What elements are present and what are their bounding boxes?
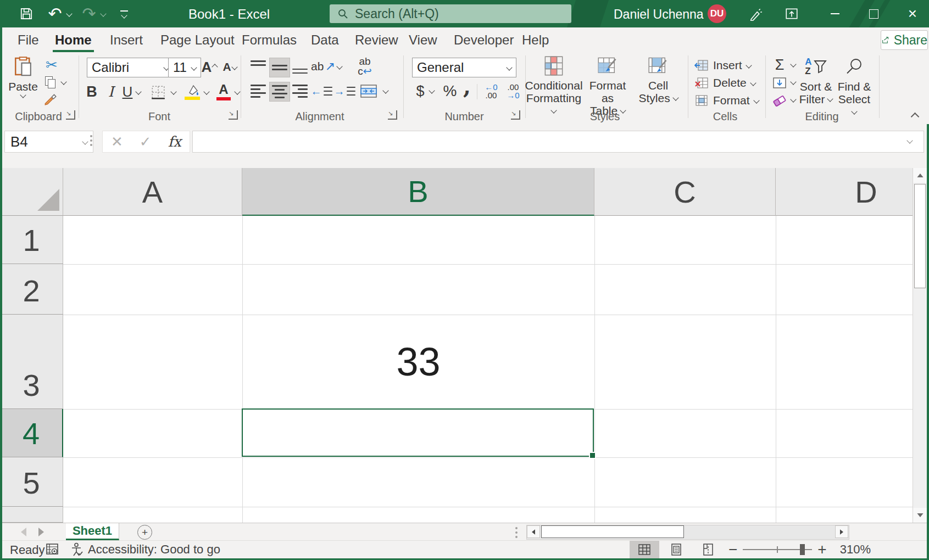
select-all-corner[interactable]	[0, 168, 63, 216]
merge-center-dropdown-chevron[interactable]	[382, 87, 388, 93]
row-header-2[interactable]: 2	[0, 264, 63, 315]
fill-handle[interactable]	[589, 452, 596, 459]
next-sheet-button[interactable]	[38, 528, 44, 536]
feedback-pen-button[interactable]	[743, 0, 768, 27]
decrease-font-size-button[interactable]: A	[221, 59, 238, 75]
scroll-down-button[interactable]	[913, 508, 927, 523]
save-button[interactable]	[10, 0, 43, 27]
underline-dropdown-chevron[interactable]	[135, 88, 141, 94]
column-header-d[interactable]: D	[776, 168, 929, 216]
tab-review[interactable]: Review	[353, 27, 400, 50]
formula-bar-drag-handle[interactable]	[90, 135, 92, 146]
format-cells-button[interactable]: Format	[694, 94, 759, 107]
scroll-up-button[interactable]	[913, 168, 927, 183]
fill-color-button[interactable]	[183, 83, 201, 102]
orientation-button[interactable]: ab ↗	[312, 57, 334, 76]
merge-center-button[interactable]	[358, 83, 379, 99]
delete-dropdown-chevron[interactable]	[750, 80, 756, 86]
maximize-button[interactable]	[861, 0, 886, 27]
enter-icon[interactable]: ✓	[140, 133, 152, 150]
active-cell-selection[interactable]	[242, 408, 594, 457]
orientation-dropdown-chevron[interactable]	[336, 63, 342, 69]
tab-view[interactable]: View	[407, 27, 440, 50]
page-layout-view-button[interactable]	[661, 541, 691, 558]
align-left-button[interactable]	[248, 82, 268, 100]
page-break-view-button[interactable]	[693, 541, 723, 558]
name-box[interactable]: B4	[4, 131, 93, 153]
accounting-dropdown-chevron[interactable]	[429, 87, 435, 93]
alignment-dialog-launcher[interactable]: ↘	[388, 110, 397, 120]
collapse-ribbon-button[interactable]	[911, 113, 920, 121]
copy-dropdown-chevron[interactable]	[60, 79, 66, 85]
accessibility-status[interactable]: Accessibility: Good to go	[70, 542, 220, 557]
fill-dropdown-chevron[interactable]	[790, 79, 796, 85]
zoom-out-button[interactable]: −	[728, 543, 737, 556]
format-painter-button[interactable]	[42, 91, 59, 107]
cut-button[interactable]: ✂	[43, 57, 60, 73]
number-dialog-launcher[interactable]: ↘	[511, 110, 520, 120]
cancel-icon[interactable]: ✕	[111, 133, 123, 150]
zoom-slider-thumb[interactable]	[800, 544, 805, 555]
column-header-a[interactable]: A	[63, 168, 242, 216]
row-header-3[interactable]: 3	[0, 315, 63, 409]
font-color-dropdown-chevron[interactable]	[234, 88, 240, 94]
align-right-button[interactable]	[290, 82, 310, 100]
sort-filter-chevron[interactable]	[827, 96, 833, 102]
bold-button[interactable]: B	[84, 83, 100, 100]
zoom-slider[interactable]	[743, 543, 812, 556]
redo-dropdown-chevron[interactable]	[100, 10, 106, 16]
ribbon-display-options-button[interactable]	[779, 0, 804, 27]
borders-button[interactable]	[149, 84, 167, 100]
paste-button[interactable]: Paste	[7, 55, 40, 97]
clear-dropdown-chevron[interactable]	[790, 96, 796, 102]
borders-dropdown-chevron[interactable]	[170, 88, 176, 94]
customize-quick-access-button[interactable]	[113, 0, 135, 27]
fill-color-dropdown-chevron[interactable]	[203, 88, 209, 94]
row-header-4[interactable]: 4	[0, 409, 63, 457]
undo-button[interactable]: ↶	[43, 0, 67, 27]
font-dialog-launcher[interactable]: ↘	[229, 110, 238, 120]
format-as-table-button[interactable]: Format as Table	[583, 55, 632, 117]
tab-scrollbar-splitter[interactable]	[515, 527, 518, 538]
scroll-right-button[interactable]	[835, 525, 848, 538]
vertical-scrollbar[interactable]	[913, 168, 927, 523]
cell-styles-button[interactable]: Cell Styles	[636, 55, 680, 104]
font-family-select[interactable]: Calibri	[87, 58, 174, 77]
tab-home[interactable]: Home	[53, 27, 94, 52]
row-header-1[interactable]: 1	[0, 216, 63, 264]
increase-decimal-button[interactable]: ←0 .00	[481, 82, 501, 100]
fill-button[interactable]	[771, 75, 788, 91]
formula-input[interactable]	[192, 131, 924, 153]
redo-button[interactable]: ↷	[77, 0, 101, 27]
wrap-text-button[interactable]: ab c↩	[353, 55, 377, 77]
zoom-in-button[interactable]: +	[817, 543, 826, 556]
minimize-button[interactable]	[822, 0, 848, 27]
column-header-b[interactable]: B	[242, 168, 594, 216]
increase-indent-button[interactable]: →	[334, 82, 355, 100]
sheet-tab-sheet1[interactable]: Sheet1	[66, 523, 119, 540]
increase-font-size-button[interactable]: A	[200, 58, 219, 76]
clear-button[interactable]	[771, 93, 788, 108]
sort-filter-button[interactable]: AZ Sort & Filter	[798, 55, 834, 105]
normal-view-button[interactable]	[630, 541, 659, 558]
search-input[interactable]: Search (Alt+Q)	[330, 4, 571, 23]
cell-styles-chevron[interactable]	[672, 94, 678, 100]
conditional-formatting-button[interactable]: Conditional Formatting	[529, 55, 579, 117]
undo-dropdown-chevron[interactable]	[66, 10, 72, 16]
tab-developer[interactable]: Developer	[452, 27, 516, 50]
top-align-button[interactable]	[248, 58, 268, 76]
center-button[interactable]	[269, 82, 290, 102]
insert-dropdown-chevron[interactable]	[746, 62, 752, 68]
row-header-5[interactable]: 5	[0, 457, 63, 507]
previous-sheet-button[interactable]	[21, 528, 26, 536]
share-button[interactable]: Share	[881, 30, 928, 50]
scroll-left-button[interactable]	[527, 525, 540, 538]
column-header-c[interactable]: C	[594, 168, 776, 216]
percent-style-button[interactable]: %	[441, 82, 459, 100]
middle-align-button[interactable]	[269, 58, 290, 77]
copy-button[interactable]	[42, 74, 58, 89]
tab-formulas[interactable]: Formulas	[240, 27, 299, 50]
insert-function-icon[interactable]: fx	[168, 133, 181, 150]
cell-b3[interactable]: 33	[242, 315, 594, 409]
close-button[interactable]: ×	[900, 0, 925, 27]
